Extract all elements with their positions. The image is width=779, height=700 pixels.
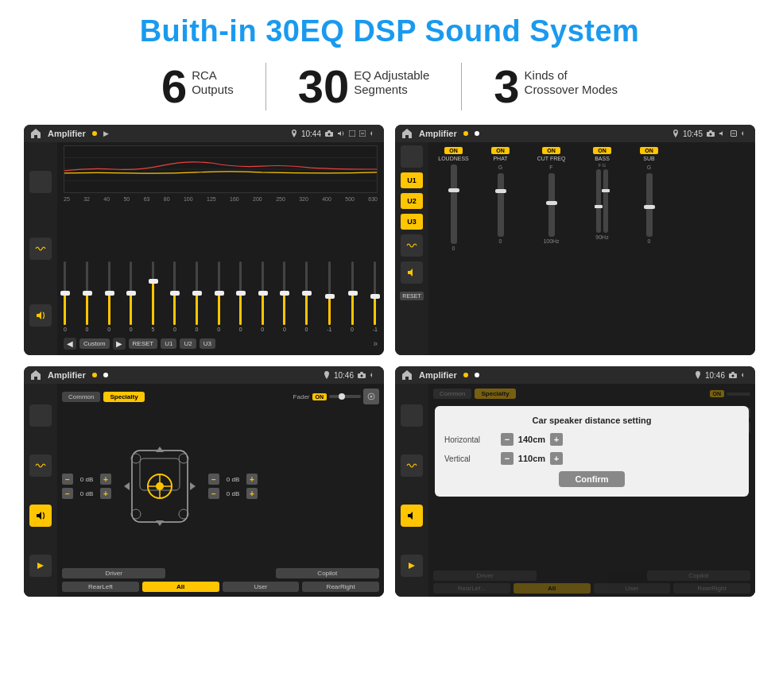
btn-rearleft[interactable]: RearLeft: [62, 582, 139, 592]
vertical-minus-btn[interactable]: −: [501, 452, 514, 465]
eq-slider-6[interactable]: 0: [196, 261, 199, 332]
eq-slider-10[interactable]: 0: [283, 261, 286, 332]
eq-slider-11[interactable]: 0: [305, 261, 308, 332]
volume-icon-2: [719, 130, 727, 137]
sp-filter-icon[interactable]: [29, 404, 52, 427]
eq-next-btn[interactable]: ▶: [113, 338, 126, 350]
vertical-val-group: − 110cm +: [501, 452, 563, 465]
vol-rr-value: 0 dB: [222, 490, 244, 497]
eq-speaker-icon[interactable]: [29, 304, 52, 327]
crossover-filter-icon[interactable]: [401, 145, 423, 168]
eq-slider-5[interactable]: 0: [173, 261, 176, 332]
stat-crossover-label: Kinds of Crossover Modes: [525, 64, 618, 97]
sp-speaker-icon[interactable]: [29, 505, 52, 527]
svg-rect-3: [349, 130, 355, 137]
svg-rect-35: [731, 372, 734, 373]
crossover-reset-btn[interactable]: RESET: [400, 292, 423, 300]
tab-common[interactable]: Common: [62, 392, 100, 402]
vol-rl-value: 0 dB: [76, 490, 98, 497]
vertical-label: Vertical: [444, 454, 496, 463]
btn-rearright[interactable]: RearRight: [302, 582, 379, 592]
d-filter-icon[interactable]: [401, 404, 423, 427]
bass-on-btn[interactable]: ON: [593, 147, 611, 154]
svg-point-1: [328, 133, 331, 136]
eq-u2-btn[interactable]: U2: [180, 338, 196, 349]
topbar-eq: Amplifier ▶ 10:44: [24, 125, 384, 142]
eq-slider-14[interactable]: -1: [373, 261, 378, 332]
vol-rl-minus[interactable]: −: [62, 488, 73, 499]
speaker-content: Common Specialty Fader ON: [24, 384, 384, 597]
stat-rca-label: RCA Outputs: [192, 64, 234, 97]
vol-fr-minus[interactable]: −: [208, 474, 219, 485]
distance-main: Common Specialty ON − 0 dB +: [428, 384, 755, 597]
eq-filter-icon[interactable]: [29, 171, 52, 193]
stat-rca-number: 6: [161, 64, 187, 110]
phat-on-btn[interactable]: ON: [491, 147, 510, 154]
eq-slider-2[interactable]: 0: [107, 261, 110, 332]
vertical-value: 110cm: [517, 454, 547, 463]
vol-rr-plus[interactable]: +: [246, 488, 258, 499]
ch-phat: ON PHAT G 0: [479, 147, 522, 350]
u1-btn-left[interactable]: U1: [401, 172, 423, 188]
eq-wave-icon[interactable]: [29, 238, 52, 260]
crossover-main: ON LOUDNESS 0 ON PHAT G: [428, 142, 755, 355]
eq-slider-12[interactable]: -1: [327, 261, 331, 332]
vol-rl-plus[interactable]: +: [100, 488, 111, 499]
screen-speaker: Amplifier 10:46: [24, 366, 384, 597]
confirm-button[interactable]: Confirm: [559, 471, 624, 487]
d-wave-icon[interactable]: [401, 454, 423, 477]
vol-fl-plus[interactable]: +: [100, 474, 111, 485]
crossover-speaker-icon[interactable]: [401, 261, 423, 284]
screens-grid: Amplifier ▶ 10:44: [24, 125, 755, 597]
eq-u1-btn[interactable]: U1: [161, 338, 176, 349]
btn-copilot[interactable]: Copilot: [276, 568, 379, 578]
d-speaker-icon[interactable]: [401, 505, 423, 527]
stat-crossover-number: 3: [494, 64, 519, 110]
vol-fr-plus[interactable]: +: [246, 474, 258, 485]
eq-slider-8[interactable]: 0: [239, 261, 242, 332]
bass-label: BASS: [595, 156, 610, 161]
fader-settings-icon[interactable]: [363, 389, 379, 404]
horizontal-plus-btn[interactable]: +: [550, 433, 563, 446]
svg-point-26: [179, 454, 188, 463]
btn-driver[interactable]: Driver: [62, 568, 165, 578]
eq-slider-9[interactable]: 0: [261, 261, 264, 332]
vol-fl-minus[interactable]: −: [62, 474, 73, 485]
speaker-app-title: Amplifier: [48, 370, 86, 380]
eq-slider-1[interactable]: 0: [86, 261, 89, 332]
u3-btn-left[interactable]: U3: [401, 214, 423, 230]
sp-arrow-icon[interactable]: [29, 555, 52, 577]
eq-prev-btn[interactable]: ◀: [64, 338, 76, 350]
vol-row-fl: − 0 dB +: [62, 474, 111, 485]
loudness-on-btn[interactable]: ON: [444, 147, 463, 154]
location-icon-3: [324, 371, 330, 379]
distance-dialog: Car speaker distance setting Horizontal …: [435, 406, 749, 497]
vol-rr-minus[interactable]: −: [208, 488, 219, 499]
sp-wave-icon[interactable]: [29, 454, 52, 477]
eq-slider-13[interactable]: 0: [351, 261, 354, 332]
eq-custom-btn[interactable]: Custom: [79, 338, 110, 349]
cutfreq-on-btn[interactable]: ON: [542, 147, 560, 154]
tab-specialty[interactable]: Specialty: [103, 392, 144, 402]
loudness-label: LOUDNESS: [438, 156, 469, 161]
location-icon-2: [672, 130, 679, 137]
d-arrow-icon[interactable]: [401, 555, 423, 577]
eq-slider-4[interactable]: 5: [151, 261, 154, 332]
eq-slider-7[interactable]: 0: [217, 261, 220, 332]
sub-on-btn[interactable]: ON: [640, 147, 658, 154]
svg-marker-29: [156, 447, 164, 452]
eq-scroll-arrows: »: [373, 339, 378, 348]
crossover-wave-icon[interactable]: [401, 234, 423, 257]
eq-slider-3[interactable]: 0: [130, 261, 133, 332]
distance-app-title: Amplifier: [419, 370, 457, 380]
eq-slider-0[interactable]: 0: [64, 261, 67, 332]
horizontal-minus-btn[interactable]: −: [501, 433, 514, 446]
vol-row-rl: − 0 dB +: [62, 488, 111, 499]
btn-all[interactable]: All: [142, 582, 219, 592]
fader-track[interactable]: [329, 395, 361, 398]
eq-reset-btn[interactable]: RESET: [129, 338, 158, 349]
vertical-plus-btn[interactable]: +: [550, 452, 563, 465]
u2-btn-left[interactable]: U2: [401, 193, 423, 209]
eq-u3-btn[interactable]: U3: [200, 338, 215, 349]
btn-user[interactable]: User: [223, 582, 300, 592]
